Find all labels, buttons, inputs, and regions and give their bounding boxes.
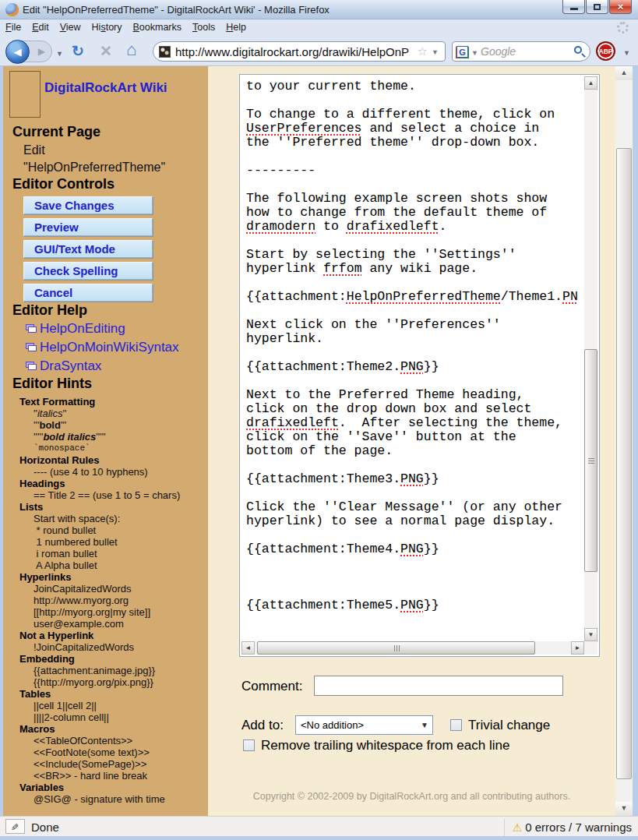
save-changes-button[interactable]: Save Changes [23,196,153,214]
wiki-title[interactable]: DigitalRockArt Wiki [44,80,167,96]
comment-input[interactable] [314,676,563,696]
stop-button[interactable]: ✕ [100,42,112,60]
editor-vscroll-track[interactable]: ▲ ▼ [584,76,597,641]
menu-bar: FileEditViewHistoryBookmarksToolsHelp [0,19,638,37]
wiki-logo[interactable] [9,71,41,118]
hint-item: <<BR>> - hard line break [33,770,208,782]
link-helponediting[interactable]: HelpOnEditing [40,321,125,336]
hint-item: [[http://myorg.org|my site]] [33,606,208,618]
hint-item: <<FootNote(some text)>> [33,746,208,758]
check-spelling-button[interactable]: Check Spelling [23,262,153,280]
menu-items: FileEditViewHistoryBookmarksToolsHelp [0,19,252,33]
hint-item: `monospace` [33,443,208,454]
home-button[interactable]: ⌂ [126,40,136,60]
editor-scroll-right-button[interactable]: ► [571,641,584,655]
remove-whitespace-label: Remove trailing whitespace from each lin… [261,738,509,754]
url-input[interactable]: http://www.digitalrockart.org/drawiki/He… [175,45,409,58]
search-box[interactable]: G ▼ Google [452,41,590,62]
link-drasyntax[interactable]: DraSyntax [40,358,101,373]
wiki-editor-textarea[interactable]: to your current theme. To change to a di… [239,74,600,657]
forward-button[interactable]: ▶ [38,46,45,57]
search-engine-dropdown-icon[interactable]: ▼ [471,49,478,57]
menu-item-help[interactable]: Help [220,19,252,37]
search-magnifier-icon[interactable] [574,46,582,54]
current-page-heading: Current Page [12,124,100,140]
hint-item: user@example.com [33,618,208,630]
bookmark-star-icon[interactable]: ☆ [418,44,428,58]
url-dropdown-icon[interactable]: ▼ [432,48,439,56]
editor-controls-heading: Editor Controls [12,176,115,192]
search-input[interactable]: Google [481,45,516,58]
trivial-change-checkbox[interactable] [450,719,462,731]
page-vscroll-track[interactable]: ▲ ▼ [615,66,633,816]
maximize-button[interactable] [586,0,608,14]
hint-group-title: Tables [19,688,208,700]
cancel-button[interactable]: Cancel [23,284,153,302]
minimize-button[interactable] [562,0,585,14]
statusbar-edit-iconbox[interactable]: ✎ [5,819,25,834]
remove-whitespace-checkbox[interactable] [243,739,255,751]
editor-line: Next to the Preferred Theme heading, [246,388,583,402]
editor-line [246,556,583,570]
editor-vscroll-thumb[interactable] [584,349,597,572]
editor-line: the ''Preferred theme'' drop-down box. [246,136,583,150]
close-button[interactable]: × [609,0,632,14]
title-bar[interactable]: Edit "HelpOnPreferredTheme" - DigitalRoc… [0,0,638,19]
editor-line: hyperlink) to see a normal page display. [246,514,583,528]
editor-line: To change to a different theme, click on [246,108,583,122]
wiki-editor-text[interactable]: to your current theme. To change to a di… [241,76,583,641]
hint-item: 1 numbered bullet [33,536,208,548]
back-button[interactable]: ◀ [5,40,30,64]
page-scroll-down-button[interactable]: ▼ [615,802,633,816]
scroll-down-icon: ▼ [588,631,594,638]
editor-hscroll-track[interactable]: ◄ ► [241,641,584,655]
page-vscroll-thumb[interactable] [616,148,632,779]
hint-item: @SIG@ - signature with time [33,793,208,805]
menu-item-bookmarks[interactable]: Bookmarks [128,19,188,37]
editor-scroll-up-button[interactable]: ▲ [584,76,597,90]
adblock-dropdown-icon[interactable]: ▼ [623,49,630,57]
activity-throbber-icon [617,22,629,34]
hint-group-title: Embedding [19,653,208,665]
hint-group-title: Hyperlinks [19,571,208,583]
menu-item-edit[interactable]: Edit [26,19,55,37]
editor-scroll-down-button[interactable]: ▼ [584,628,597,641]
editor-line: Next click on the ''Preferences'' [246,318,583,332]
editor-line: click on the drop down box and select [246,402,583,416]
firefox-window: Edit "HelpOnPreferredTheme" - DigitalRoc… [0,0,638,840]
menu-item-history[interactable]: History [86,19,128,37]
editor-line [246,374,583,388]
hint-item: <<TableOfContents>> [33,735,208,746]
menu-item-view[interactable]: View [55,19,86,37]
editor-help-heading: Editor Help [12,302,87,319]
page-scroll-up-button[interactable]: ▲ [615,66,633,80]
window-right-border [633,66,638,816]
edit-page-main: to your current theme. To change to a di… [208,66,615,816]
wiki-page-icon [28,345,37,351]
menu-item-tools[interactable]: Tools [187,19,220,37]
addto-select[interactable]: <No addition> ▼ [295,715,433,735]
wiki-page-icon [28,364,37,370]
hint-group-title: Horizontal Rules [19,454,208,466]
reload-button[interactable]: ↻ [72,42,84,60]
editor-hscroll-thumb[interactable] [257,641,535,655]
editor-line [246,94,583,108]
menu-item-file[interactable]: File [0,19,26,37]
history-dropdown-icon[interactable]: ▼ [56,50,63,58]
url-bar[interactable]: http://www.digitalrockart.org/drawiki/He… [153,41,446,62]
error-console-summary[interactable]: ⚠0 errors / 7 warnings [504,819,632,836]
adblock-plus-icon[interactable]: ABP [596,41,615,61]
preview-button[interactable]: Preview [23,218,153,236]
editor-line [246,528,583,542]
editor-scroll-left-button[interactable]: ◄ [241,641,255,655]
google-icon[interactable]: G [456,46,468,58]
scroll-grip [397,645,397,651]
gui-text-mode-button[interactable]: GUI/Text Mode [23,240,153,258]
hint-group-title: Text Formatting [19,396,208,408]
addto-label: Add to: [241,718,284,733]
copyright-text: Copyright © 2002-2009 by DigitalRockArt.… [208,791,615,802]
hint-item: ||||2-column cell|| [33,711,208,723]
link-helponmoinwikisyntax[interactable]: HelpOnMoinWikiSyntax [40,340,179,355]
editor-line [246,276,583,290]
editor-line: hyperlink. [246,332,583,346]
